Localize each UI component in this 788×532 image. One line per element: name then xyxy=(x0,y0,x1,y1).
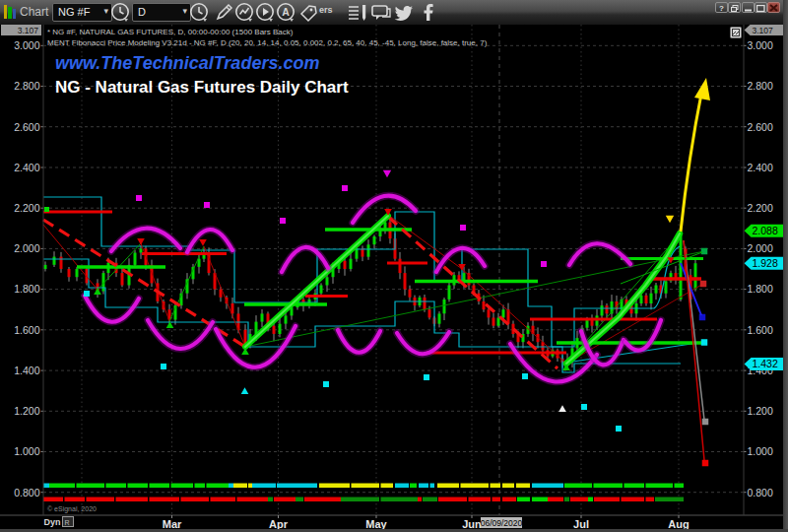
svg-text:3.000: 3.000 xyxy=(14,39,39,51)
svg-text:Aug: Aug xyxy=(668,518,689,530)
svg-text:2.800: 2.800 xyxy=(748,80,773,92)
svg-text:Dyn: Dyn xyxy=(44,517,61,527)
svg-text:2.800: 2.800 xyxy=(14,80,39,92)
svg-text:R: R xyxy=(65,519,70,526)
svg-text:2.088: 2.088 xyxy=(753,225,778,236)
svg-text:www.TheTechnicalTraders.com: www.TheTechnicalTraders.com xyxy=(55,53,319,73)
svg-text:2.200: 2.200 xyxy=(14,202,39,214)
svg-text:2.400: 2.400 xyxy=(14,162,39,173)
svg-text:0.800: 0.800 xyxy=(748,487,773,499)
svg-text:2.000: 2.000 xyxy=(748,242,773,254)
svg-text:1.432: 1.432 xyxy=(753,358,778,369)
svg-text:1.800: 1.800 xyxy=(14,283,39,295)
svg-text:1.000: 1.000 xyxy=(14,445,39,457)
svg-text:1.928: 1.928 xyxy=(753,257,778,269)
svg-text:1.800: 1.800 xyxy=(748,283,773,295)
svg-text:May: May xyxy=(365,518,387,530)
svg-text:Apr: Apr xyxy=(269,518,289,530)
svg-text:MENT Fibonacci Price Modeling: MENT Fibonacci Price Modeling V3.21d - N… xyxy=(47,38,488,47)
svg-text:Jun: Jun xyxy=(462,518,482,530)
svg-text:06/09/2020: 06/09/2020 xyxy=(481,518,523,528)
svg-text:2.400: 2.400 xyxy=(748,162,773,173)
svg-text:3.107: 3.107 xyxy=(18,26,39,35)
svg-text:2.600: 2.600 xyxy=(748,121,773,133)
svg-text:2.000: 2.000 xyxy=(14,242,39,254)
svg-text:2.600: 2.600 xyxy=(14,121,39,133)
svg-text:1.200: 1.200 xyxy=(748,405,773,417)
svg-text:3.000: 3.000 xyxy=(748,39,773,51)
svg-text:1.600: 1.600 xyxy=(14,324,39,336)
svg-text:* NG #F, NATURAL GAS FUTURES,: * NG #F, NATURAL GAS FUTURES, D, 00:00-0… xyxy=(47,28,294,36)
svg-text:1.600: 1.600 xyxy=(748,324,773,336)
svg-text:1.000: 1.000 xyxy=(748,445,773,457)
svg-text:2.200: 2.200 xyxy=(748,202,773,214)
svg-text:3.107: 3.107 xyxy=(753,26,774,35)
svg-text:Mar: Mar xyxy=(163,518,182,530)
svg-text:1.200: 1.200 xyxy=(14,405,39,417)
svg-text:1.400: 1.400 xyxy=(14,365,39,376)
svg-text:A: A xyxy=(282,6,290,18)
svg-text:?: ? xyxy=(719,4,724,12)
svg-text:0.800: 0.800 xyxy=(14,487,39,499)
svg-text:NG - Natural Gas Futures Daily: NG - Natural Gas Futures Daily Chart xyxy=(55,78,349,97)
svg-text:© eSignal, 2020: © eSignal, 2020 xyxy=(47,505,97,513)
svg-text:Jul: Jul xyxy=(573,518,589,530)
